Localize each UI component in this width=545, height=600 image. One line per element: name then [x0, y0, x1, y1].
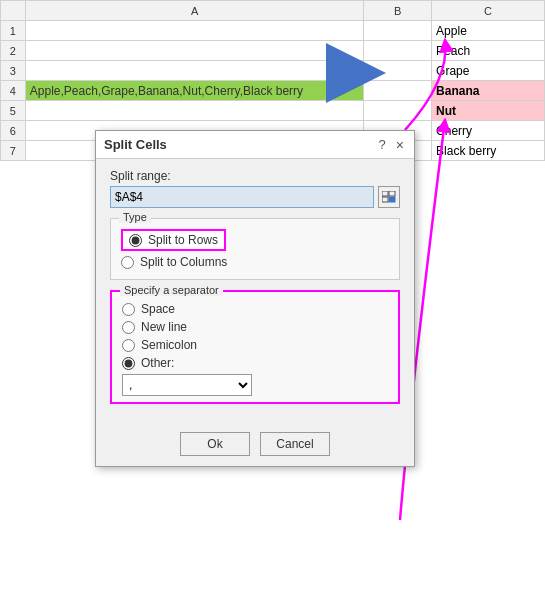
- table-row-4: 4 Apple,Peach,Grape,Banana,Nut,Cherry,Bl…: [1, 81, 545, 101]
- cell-b2[interactable]: [364, 41, 432, 61]
- cell-a3[interactable]: [25, 61, 364, 81]
- type-group: Type Split to Rows Split to Columns: [110, 218, 400, 280]
- cell-b3[interactable]: [364, 61, 432, 81]
- semicolon-row: Semicolon: [122, 338, 388, 352]
- cell-a1[interactable]: [25, 21, 364, 41]
- dialog-title: Split Cells: [104, 137, 167, 152]
- table-row: 5 Nut: [1, 101, 545, 121]
- space-label[interactable]: Space: [141, 302, 175, 316]
- cell-b1[interactable]: [364, 21, 432, 41]
- type-group-label: Type: [119, 211, 151, 223]
- row-num: 1: [1, 21, 26, 41]
- svg-rect-5: [382, 191, 388, 196]
- dialog-controls: ? ×: [379, 137, 406, 153]
- cell-b5[interactable]: [364, 101, 432, 121]
- table-row: 2 Peach: [1, 41, 545, 61]
- cancel-button[interactable]: Cancel: [260, 432, 330, 456]
- separator-group-label: Specify a separator: [120, 284, 223, 296]
- other-radio[interactable]: [122, 357, 135, 370]
- cell-a2[interactable]: [25, 41, 364, 61]
- svg-rect-7: [382, 197, 388, 202]
- other-select[interactable]: ,: [122, 374, 252, 396]
- split-to-columns-label[interactable]: Split to Columns: [140, 255, 227, 269]
- dialog-titlebar: Split Cells ? ×: [96, 131, 414, 159]
- split-range-label: Split range:: [110, 169, 400, 183]
- row-num: 5: [1, 101, 26, 121]
- cell-c5[interactable]: Nut: [432, 101, 545, 121]
- row-num: 3: [1, 61, 26, 81]
- dialog-body: Split range: Type Split to Rows: [96, 159, 414, 424]
- row-num: 6: [1, 121, 26, 141]
- other-label[interactable]: Other:: [141, 356, 174, 370]
- row-num: 2: [1, 41, 26, 61]
- svg-rect-6: [389, 191, 395, 196]
- cell-a4[interactable]: Apple,Peach,Grape,Banana,Nut,Cherry,Blac…: [25, 81, 364, 101]
- semicolon-label[interactable]: Semicolon: [141, 338, 197, 352]
- semicolon-radio[interactable]: [122, 339, 135, 352]
- split-to-rows-row: Split to Rows: [121, 229, 389, 251]
- dialog-footer: Ok Cancel: [96, 424, 414, 466]
- space-row: Space: [122, 302, 388, 316]
- corner-header: [1, 1, 26, 21]
- newline-label[interactable]: New line: [141, 320, 187, 334]
- cell-c1[interactable]: Apple: [432, 21, 545, 41]
- col-header-a[interactable]: A: [25, 1, 364, 21]
- space-radio[interactable]: [122, 303, 135, 316]
- table-row: 1 Apple: [1, 21, 545, 41]
- grid-icon: [382, 191, 396, 203]
- other-row: Other:: [122, 356, 388, 370]
- cell-a5[interactable]: [25, 101, 364, 121]
- table-row: 3 Grape: [1, 61, 545, 81]
- split-to-rows-label[interactable]: Split to Rows: [148, 233, 218, 247]
- other-value-row: ,: [122, 374, 388, 396]
- split-to-columns-row: Split to Columns: [121, 255, 389, 269]
- row-num: 7: [1, 141, 26, 161]
- separator-group: Specify a separator Space New line Semic…: [110, 290, 400, 404]
- split-to-rows-highlighted: Split to Rows: [121, 229, 226, 251]
- close-button[interactable]: ×: [394, 137, 406, 153]
- split-cells-dialog: Split Cells ? × Split range: Type: [95, 130, 415, 467]
- ok-button[interactable]: Ok: [180, 432, 250, 456]
- range-row: [110, 186, 400, 208]
- row-num: 4: [1, 81, 26, 101]
- split-to-rows-radio[interactable]: [129, 234, 142, 247]
- cell-c6[interactable]: Cherry: [432, 121, 545, 141]
- cell-c4[interactable]: Banana: [432, 81, 545, 101]
- cell-c3[interactable]: Grape: [432, 61, 545, 81]
- cell-b4[interactable]: [364, 81, 432, 101]
- newline-row: New line: [122, 320, 388, 334]
- col-header-b[interactable]: B: [364, 1, 432, 21]
- cell-c7[interactable]: Black berry: [432, 141, 545, 161]
- cell-c2[interactable]: Peach: [432, 41, 545, 61]
- range-select-button[interactable]: [378, 186, 400, 208]
- help-icon[interactable]: ?: [379, 137, 386, 152]
- svg-rect-8: [389, 197, 395, 202]
- newline-radio[interactable]: [122, 321, 135, 334]
- range-input[interactable]: [110, 186, 374, 208]
- col-header-c[interactable]: C: [432, 1, 545, 21]
- split-to-columns-radio[interactable]: [121, 256, 134, 269]
